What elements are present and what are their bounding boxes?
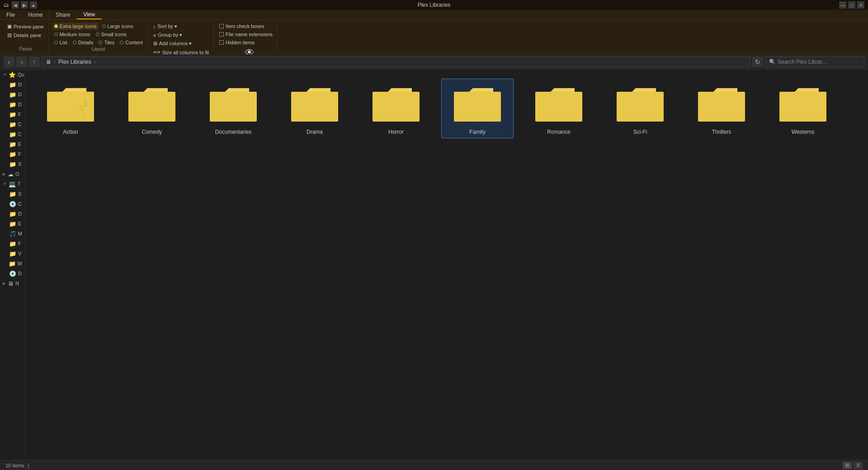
details-btn[interactable]: Details (71, 39, 95, 46)
up-button[interactable]: ↑ (29, 56, 40, 67)
ribbon: File Home Share View ▣ Preview pane ▤ De… (0, 10, 868, 54)
layout-content: Extra large icons Large icons Medium ico… (52, 23, 145, 47)
sidebar-item-music[interactable]: 🎵 M (0, 229, 25, 239)
nav-forward-btn[interactable]: ▶ (21, 1, 28, 9)
file-name-ext-toggle[interactable]: File name extensions (217, 31, 274, 38)
sidebar-item-2[interactable]: 📁 D (0, 89, 25, 99)
tab-view[interactable]: View (77, 10, 102, 19)
file-area: Action Comedy (25, 70, 868, 460)
large-icons-view-btn[interactable]: ⊞ (843, 462, 852, 469)
sidebar-item-4[interactable]: 📁 F (0, 109, 25, 119)
medium-icons-radio (54, 33, 58, 36)
sidebar-item-network[interactable]: ▶ 🖥 N (0, 278, 25, 288)
breadcrumb-item[interactable]: Plex Libraries (58, 59, 91, 65)
window-controls: — □ ✕ (839, 1, 864, 9)
sort-by-btn[interactable]: ↕ Sort by ▾ (151, 23, 211, 30)
nav-up-btn[interactable]: ▲ (30, 1, 37, 9)
forward-button[interactable]: › (16, 56, 27, 67)
sidebar-item-w[interactable]: 📁 W (0, 258, 25, 268)
search-bar[interactable]: 🔍 Search Plex Librar... (765, 56, 864, 67)
folder-family[interactable]: Family (441, 79, 514, 138)
sidebar-item-c[interactable]: 💿 C (0, 199, 25, 209)
small-icons-btn[interactable]: Small icons (94, 31, 128, 38)
large-icons-btn[interactable]: Large icons (100, 23, 135, 30)
sidebar-item-8[interactable]: 📁 F (0, 149, 25, 159)
close-btn[interactable]: ✕ (857, 1, 864, 9)
sidebar-item-f2[interactable]: 📁 F (0, 239, 25, 249)
details-view-btn[interactable]: ☰ (854, 462, 863, 469)
folder-icon-6: 📁 (9, 131, 16, 138)
sidebar-item-quick-access[interactable]: ▼ ⭐ Qu (0, 70, 25, 80)
panes-label: Panes (19, 47, 32, 52)
sidebar-label-6: C (18, 132, 22, 137)
large-icons-radio (102, 24, 106, 28)
preview-pane-btn[interactable]: ▣ Preview pane (5, 23, 46, 30)
show-hide-content: Item check boxes File name extensions Hi… (217, 23, 274, 46)
sidebar-item-s[interactable]: 📁 S (0, 189, 25, 199)
folder-comedy[interactable]: Comedy (116, 79, 188, 138)
hidden-items-toggle[interactable]: Hidden items (217, 39, 256, 46)
sidebar-item-1[interactable]: 📁 D (0, 80, 25, 89)
sidebar-label-pc: T (18, 181, 21, 187)
refresh-button[interactable]: ↻ (752, 56, 763, 67)
sidebar-item-5[interactable]: 📁 C (0, 119, 25, 129)
folder-westerns[interactable]: Westerns (767, 79, 839, 138)
minimize-btn[interactable]: — (839, 1, 846, 9)
tab-home[interactable]: Home (22, 10, 49, 19)
maximize-btn[interactable]: □ (848, 1, 855, 9)
folder-scifi[interactable]: Sci-Fi (604, 79, 676, 138)
item-checkboxes-toggle[interactable]: Item check boxes (217, 23, 266, 30)
medium-icons-label: Medium icons (60, 32, 90, 37)
sidebar-label-c: C (18, 201, 22, 207)
sidebar-label-4: F (18, 112, 21, 117)
tab-share[interactable]: Share (49, 10, 77, 19)
folder-westerns-icon (776, 82, 830, 127)
app-icon: 🗂 (4, 2, 9, 8)
sidebar-item-this-pc[interactable]: ▼ 💻 T (0, 179, 25, 189)
tab-file[interactable]: File (0, 10, 22, 19)
details-label: Details (78, 40, 94, 45)
folder-thrillers[interactable]: Thrillers (685, 79, 758, 138)
sidebar-item-9[interactable]: 📁 S (0, 159, 25, 169)
list-btn[interactable]: List (52, 39, 69, 46)
add-columns-btn[interactable]: ⊞ Add columns ▾ (151, 40, 211, 47)
medium-icons-btn[interactable]: Medium icons (52, 31, 92, 38)
folder-icon-5: 📁 (9, 121, 16, 128)
svg-rect-7 (617, 92, 664, 122)
sidebar-item-d[interactable]: 📁 D (0, 209, 25, 219)
sidebar-label-s: S (18, 191, 21, 197)
v-folder-icon: 📁 (9, 250, 16, 257)
back-button[interactable]: ‹ (4, 56, 14, 67)
folder-comedy-label: Comedy (142, 129, 162, 135)
sidebar-item-6[interactable]: 📁 C (0, 129, 25, 139)
folder-romance[interactable]: Romance (523, 79, 595, 138)
folder-horror[interactable]: Horror (360, 79, 432, 138)
sidebar-item-disc[interactable]: 💿 D (0, 268, 25, 278)
sidebar-label-8: F (18, 151, 21, 157)
folder-action[interactable]: Action (34, 79, 107, 138)
sidebar-label-network: N (15, 281, 19, 286)
extra-large-icons-btn[interactable]: Extra large icons (52, 23, 99, 30)
expand-icon-pc: ▼ (3, 182, 7, 186)
sidebar-label-d: D (18, 211, 22, 216)
sidebar-item-v[interactable]: 📁 V (0, 249, 25, 258)
tiles-btn[interactable]: Tiles (97, 39, 116, 46)
details-pane-btn[interactable]: ▤ Details pane (5, 31, 46, 39)
ribbon-group-layout: Extra large icons Large icons Medium ico… (50, 22, 148, 52)
folder-drama[interactable]: Drama (278, 79, 351, 138)
folder-icon-3: 📁 (9, 101, 16, 108)
extra-large-label: Extra large icons (60, 24, 97, 29)
folder-documentaries[interactable]: Documentaries (197, 79, 269, 138)
sidebar-item-3[interactable]: 📁 D (0, 99, 25, 109)
address-bar[interactable]: 🖥 › Plex Libraries › (42, 56, 750, 67)
content-btn[interactable]: Content (118, 39, 145, 46)
sidebar-item-e[interactable]: 📁 E (0, 219, 25, 229)
nav-back-btn[interactable]: ◀ (12, 1, 19, 9)
folder-romance-icon (532, 82, 586, 127)
nav-bar: ‹ › ↑ 🖥 › Plex Libraries › ↻ 🔍 Search Pl… (0, 54, 868, 70)
sidebar-item-7[interactable]: 📁 E (0, 139, 25, 149)
expand-icon-net: ▶ (3, 281, 6, 286)
sidebar-label-5: C (18, 122, 22, 127)
sidebar-item-onedrive[interactable]: ▶ ☁ O (0, 169, 25, 179)
group-by-btn[interactable]: ≡ Group by ▾ (151, 31, 211, 39)
